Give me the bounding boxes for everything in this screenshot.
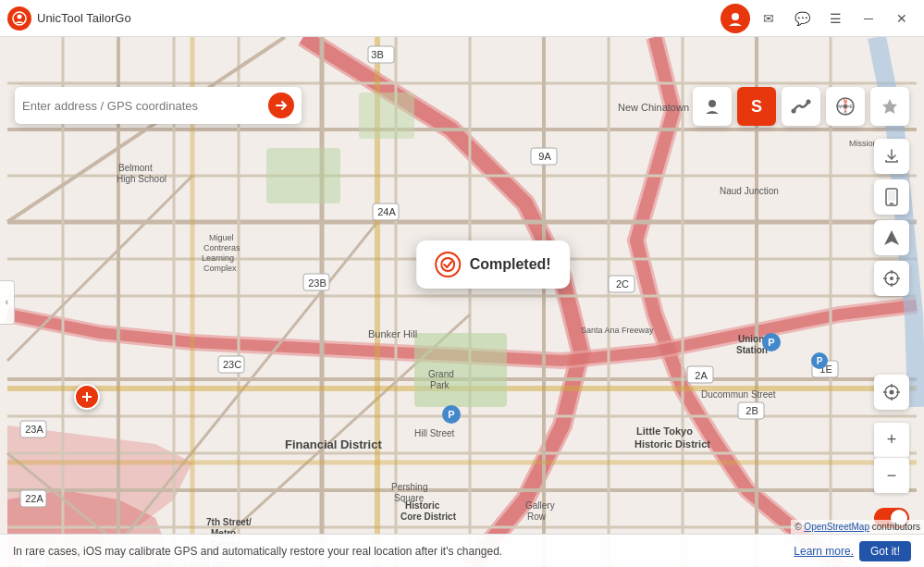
app-logo: [7, 6, 31, 31]
left-collapse-button[interactable]: ‹: [0, 280, 15, 325]
svg-text:Row: Row: [527, 512, 547, 522]
svg-text:P: P: [768, 337, 774, 348]
completed-icon: [435, 252, 461, 277]
learn-more-link[interactable]: Learn more.: [794, 545, 854, 558]
svg-text:W: W: [836, 104, 842, 109]
search-go-button[interactable]: [268, 92, 294, 118]
title-bar: UnicTool TailorGo ✉ 💬 ☰ ─ ✕: [0, 0, 924, 37]
svg-point-2: [732, 13, 739, 20]
svg-text:23B: 23B: [308, 277, 326, 289]
s-mode-button[interactable]: S: [737, 87, 776, 126]
svg-text:Hill Street: Hill Street: [414, 428, 455, 438]
svg-text:Bunker Hill: Bunker Hill: [368, 328, 417, 339]
app-title: UnicTool TailorGo: [37, 11, 721, 25]
avatar-btn[interactable]: [721, 4, 750, 33]
svg-marker-112: [884, 230, 899, 245]
svg-point-103: [844, 105, 847, 108]
compass-button[interactable]: N S W E: [826, 87, 865, 126]
svg-text:Union: Union: [738, 334, 764, 344]
favorites-button[interactable]: [870, 87, 909, 126]
map-toolbar: S N S W E: [693, 87, 909, 126]
navigate-button[interactable]: [874, 220, 909, 255]
svg-point-99: [807, 100, 811, 105]
svg-point-1: [18, 14, 22, 18]
svg-text:22A: 22A: [25, 493, 43, 504]
svg-text:Pershing: Pershing: [391, 482, 427, 492]
svg-text:9A: 9A: [538, 151, 551, 162]
svg-text:Miguel: Miguel: [209, 233, 234, 242]
person-mode-button[interactable]: [693, 87, 732, 126]
svg-text:Santa Ana Freeway: Santa Ana Freeway: [581, 326, 654, 335]
svg-text:2C: 2C: [616, 278, 629, 290]
right-controls: [874, 139, 909, 296]
phone-button[interactable]: [874, 179, 909, 215]
menu-button[interactable]: ☰: [820, 4, 850, 33]
svg-text:Historic District: Historic District: [634, 438, 710, 450]
bottom-notification-bar: In rare cases, iOS may calibrate GPS and…: [0, 534, 924, 567]
map-attribution: © OpenStreetMap contributors: [791, 520, 924, 534]
svg-text:Complex: Complex: [203, 264, 237, 273]
location-center-button[interactable]: [874, 261, 909, 296]
map-area[interactable]: Financial District Little Tokyo Historic…: [0, 37, 924, 567]
svg-text:S: S: [844, 110, 847, 116]
svg-text:P: P: [448, 409, 454, 420]
svg-text:E: E: [850, 104, 854, 109]
title-controls: ✉ 💬 ☰ ─ ✕: [754, 4, 917, 33]
svg-text:Belmont: Belmont: [118, 163, 153, 173]
openstreetmap-link[interactable]: OpenStreetMap: [804, 522, 869, 532]
svg-text:Little Tokyo: Little Tokyo: [636, 425, 693, 437]
svg-text:3B: 3B: [371, 49, 383, 60]
svg-text:Financial District: Financial District: [285, 438, 382, 451]
svg-text:Grand: Grand: [428, 369, 454, 379]
svg-text:2B: 2B: [745, 405, 758, 416]
svg-text:Station: Station: [736, 345, 768, 355]
s-label: S: [751, 97, 762, 117]
svg-text:24A: 24A: [377, 206, 396, 217]
gps-button[interactable]: [874, 375, 909, 410]
svg-rect-34: [359, 92, 414, 139]
svg-text:23A: 23A: [25, 424, 43, 435]
completed-popup: Completed!: [416, 240, 570, 289]
add-location-button[interactable]: [74, 384, 100, 410]
svg-text:Contreras: Contreras: [203, 243, 240, 253]
route-mode-button[interactable]: [782, 87, 820, 126]
svg-point-114: [890, 277, 893, 280]
svg-text:23C: 23C: [223, 359, 241, 370]
svg-rect-111: [888, 191, 895, 201]
svg-point-120: [890, 390, 894, 395]
svg-text:Gallery: Gallery: [525, 500, 555, 511]
close-button[interactable]: ✕: [887, 4, 917, 33]
svg-text:N: N: [844, 98, 847, 104]
svg-text:High School: High School: [117, 174, 166, 184]
zoom-out-button[interactable]: −: [874, 458, 909, 493]
download-button[interactable]: [874, 139, 909, 174]
svg-text:Square: Square: [394, 493, 425, 503]
search-input[interactable]: [22, 99, 268, 113]
svg-text:Park: Park: [430, 380, 450, 390]
svg-marker-108: [882, 99, 897, 114]
chat-button[interactable]: 💬: [787, 4, 817, 33]
gps-toggle: [874, 375, 909, 410]
svg-text:Ducommun Street: Ducommun Street: [701, 389, 776, 400]
zoom-in-button[interactable]: +: [874, 423, 909, 458]
svg-text:7th Street/: 7th Street/: [206, 517, 252, 527]
svg-text:P: P: [817, 356, 823, 366]
minimize-button[interactable]: ─: [854, 4, 883, 33]
search-bar: [15, 87, 302, 124]
notification-text: In rare cases, iOS may calibrate GPS and…: [13, 545, 788, 558]
svg-text:Naud Junction: Naud Junction: [720, 186, 779, 196]
svg-text:Learning: Learning: [202, 253, 234, 263]
svg-point-97: [708, 100, 716, 107]
svg-text:New Chinatown: New Chinatown: [618, 102, 689, 113]
svg-text:2A: 2A: [695, 370, 708, 381]
svg-text:Core District: Core District: [400, 512, 457, 522]
got-it-button[interactable]: Got it!: [859, 541, 911, 561]
mail-button[interactable]: ✉: [754, 4, 783, 33]
svg-point-98: [792, 109, 796, 114]
completed-text: Completed!: [470, 256, 551, 273]
svg-rect-33: [266, 148, 340, 203]
zoom-controls: + −: [874, 423, 909, 493]
